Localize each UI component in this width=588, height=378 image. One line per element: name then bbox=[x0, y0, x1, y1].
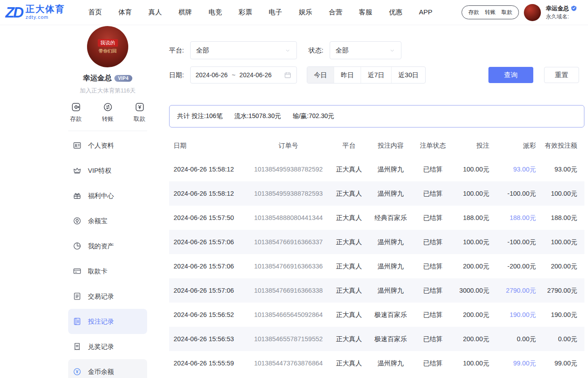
cell-content: 经典百家乐 bbox=[369, 214, 412, 222]
cell-payout: 188.00元 bbox=[492, 214, 539, 222]
column-header: 投注 bbox=[453, 141, 492, 150]
deposit-icon bbox=[71, 102, 81, 112]
sidebar-item-coin-balance[interactable]: 金币余额 bbox=[68, 359, 147, 378]
reset-button[interactable]: 重置 bbox=[544, 67, 579, 83]
quick-range-item[interactable]: 近7日 bbox=[361, 67, 391, 83]
date-to-value: 2024-06-26 bbox=[240, 71, 272, 79]
topnav-item[interactable]: 优惠 bbox=[389, 8, 402, 17]
sidebar-item-bet-records[interactable]: 投注记录 bbox=[68, 309, 147, 334]
cell-date: 2024-06-26 15:56:52 bbox=[169, 311, 248, 318]
wallet-action[interactable]: 取款 bbox=[501, 9, 512, 16]
brand-logo[interactable]: ZD 正大体育 zdty.com bbox=[5, 4, 65, 21]
sidebar-item-label: VIP特权 bbox=[88, 167, 111, 175]
cell-date: 2024-06-26 15:56:53 bbox=[169, 335, 248, 343]
cell-order_no: 1013854888080441344 bbox=[248, 214, 329, 221]
search-button[interactable]: 查询 bbox=[488, 67, 533, 83]
redeem-icon bbox=[73, 342, 82, 351]
sidebar-item-withdraw-card[interactable]: 取款卡 bbox=[68, 259, 147, 284]
cell-date: 2024-06-26 15:57:06 bbox=[169, 287, 248, 294]
quick-range-group: 今日昨日近7日近30日 bbox=[307, 66, 426, 84]
sidebar-username: 幸运金总 bbox=[83, 74, 112, 83]
date-range-input[interactable]: 2024-06-26 ~ 2024-06-26 bbox=[190, 66, 297, 84]
sidebar-item-label: 金币余额 bbox=[88, 368, 114, 376]
column-header: 有效投注额 bbox=[539, 141, 584, 150]
cell-payout: -200.00元 bbox=[492, 262, 539, 271]
quick-action-label: 转账 bbox=[102, 115, 113, 123]
topnav-item[interactable]: 首页 bbox=[88, 8, 102, 17]
cell-platform: 正大真人 bbox=[329, 262, 369, 271]
wallet-action[interactable]: 存款 bbox=[468, 9, 479, 16]
sidebar-item-transactions[interactable]: 交易记录 bbox=[68, 284, 147, 309]
platform-select[interactable]: 全部 bbox=[190, 41, 297, 59]
sidebar-menu: 个人资料VIP特权福利中心余额宝我的资产取款卡交易记录投注记录兑奖记录金币余额实… bbox=[68, 133, 147, 378]
header-username: 幸运金总 bbox=[546, 5, 569, 12]
topnav-item[interactable]: 真人 bbox=[148, 8, 162, 17]
cell-bet: 200.00元 bbox=[453, 262, 492, 271]
topnav-item[interactable]: 电子 bbox=[269, 8, 282, 17]
column-header: 平台 bbox=[329, 141, 369, 150]
topnav-item[interactable]: 彩票 bbox=[239, 8, 252, 17]
cell-platform: 正大真人 bbox=[329, 335, 369, 343]
cell-valid_bet: 188.00元 bbox=[539, 214, 584, 222]
sidebar-item-profile[interactable]: 个人资料 bbox=[68, 133, 147, 158]
topnav-item[interactable]: 客服 bbox=[359, 8, 372, 17]
main-content: 平台: 全部 状态: 全部 日期: 2024-06-26 ~ 2024-06-2… bbox=[161, 25, 588, 378]
sidebar-item-label: 我的资产 bbox=[88, 242, 114, 251]
sidebar-item-welfare[interactable]: 福利中心 bbox=[68, 183, 147, 208]
quick-range-item[interactable]: 近30日 bbox=[391, 67, 425, 83]
sidebar-item-balance-treasure[interactable]: 余额宝 bbox=[68, 208, 147, 233]
sidebar-item-label: 交易记录 bbox=[88, 292, 114, 301]
sidebar-item-vip[interactable]: VIP特权 bbox=[68, 158, 147, 183]
header-username-row: 幸运金总 bbox=[546, 5, 585, 12]
page: ZD 正大体育 zdty.com 首页体育真人棋牌电竞彩票电子娱乐合营客服优惠A… bbox=[0, 0, 588, 378]
column-header: 注单状态 bbox=[412, 141, 453, 150]
header-right: 存款转账取款 幸运金总 永久域名: bbox=[462, 4, 585, 21]
cell-content: 温州牌九 bbox=[369, 165, 412, 174]
transfer-icon bbox=[103, 102, 113, 112]
cell-bet: 188.00元 bbox=[453, 214, 492, 222]
quick-action-label: 存款 bbox=[70, 115, 82, 123]
topnav-item[interactable]: 棋牌 bbox=[179, 8, 192, 17]
withdraw-icon bbox=[135, 102, 145, 112]
sidebar-item-label: 个人资料 bbox=[88, 141, 114, 150]
cell-valid_bet: 200.00元 bbox=[539, 262, 584, 271]
header-avatar[interactable] bbox=[524, 4, 541, 21]
cell-status: 已结算 bbox=[412, 286, 453, 295]
wallet-pill: 存款转账取款 bbox=[462, 5, 519, 19]
quick-action-withdraw[interactable]: 取款 bbox=[134, 102, 145, 123]
topnav-item[interactable]: 电竞 bbox=[209, 8, 222, 17]
cell-payout: 93.00元 bbox=[492, 165, 539, 174]
topnav-item[interactable]: 合营 bbox=[329, 8, 342, 17]
topnav-item[interactable]: 娱乐 bbox=[299, 8, 312, 17]
cell-platform: 正大真人 bbox=[329, 165, 369, 174]
profile-avatar[interactable]: 我说的 带你们回 bbox=[87, 26, 128, 67]
sidebar-user-line: 幸运金总 VIP4 bbox=[68, 74, 147, 83]
cell-bet: 100.00元 bbox=[453, 165, 492, 174]
quick-range-item[interactable]: 昨日 bbox=[334, 67, 361, 83]
cell-valid_bet: 99.00元 bbox=[539, 359, 584, 368]
topnav-item[interactable]: 体育 bbox=[118, 8, 132, 17]
topnav-item[interactable]: APP bbox=[419, 8, 432, 17]
quick-range-item[interactable]: 今日 bbox=[307, 67, 334, 83]
cell-content: 温州牌九 bbox=[369, 359, 412, 368]
sidebar-item-redeem-records[interactable]: 兑奖记录 bbox=[68, 334, 147, 359]
calendar-icon bbox=[284, 71, 292, 79]
cell-payout: 0.00元 bbox=[492, 335, 539, 343]
cell-platform: 正大真人 bbox=[329, 238, 369, 246]
cell-bet: 100.00元 bbox=[453, 359, 492, 368]
cell-content: 温州牌九 bbox=[369, 286, 412, 295]
quick-action-deposit[interactable]: 存款 bbox=[70, 102, 82, 123]
wallet-action[interactable]: 转账 bbox=[485, 9, 496, 16]
transactions-icon bbox=[73, 292, 82, 301]
cell-order_no: 1013854766916366336 bbox=[248, 263, 329, 270]
card-icon bbox=[73, 267, 82, 276]
quick-action-transfer[interactable]: 转账 bbox=[102, 102, 113, 123]
cell-order_no: 1013854655787159552 bbox=[248, 335, 329, 343]
column-header: 派彩 bbox=[492, 141, 539, 150]
cell-payout: 190.00元 bbox=[492, 311, 539, 319]
sidebar-item-assets[interactable]: 我的资产 bbox=[68, 233, 147, 259]
cell-status: 已结算 bbox=[412, 311, 453, 319]
quick-action-label: 取款 bbox=[134, 115, 145, 123]
vip-level-badge: VIP4 bbox=[114, 75, 132, 82]
status-select[interactable]: 全部 bbox=[330, 41, 401, 59]
